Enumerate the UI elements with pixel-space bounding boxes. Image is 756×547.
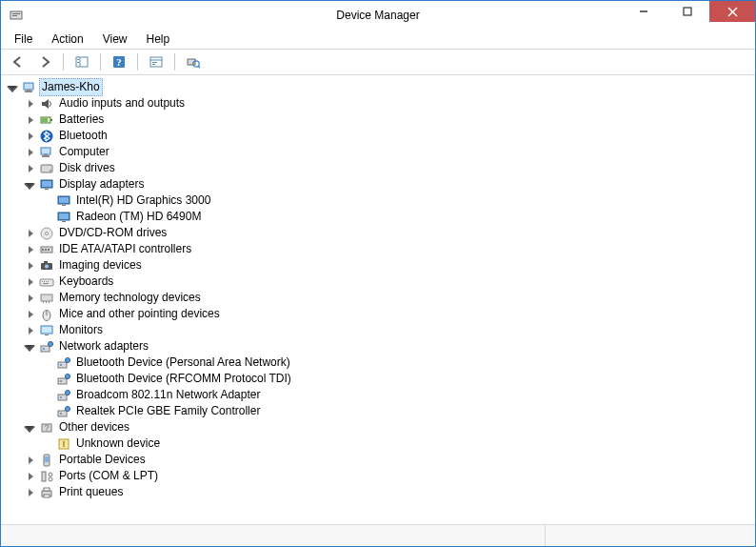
toolbar-properties-button[interactable] — [145, 51, 168, 73]
expand-icon[interactable] — [24, 227, 37, 240]
tree-node-network-adapters[interactable]: Network adapters — [3, 338, 755, 355]
svg-point-49 — [45, 264, 49, 268]
tree-node-james-kho[interactable]: James-Kho — [3, 79, 755, 95]
svg-rect-76 — [60, 396, 62, 398]
svg-rect-58 — [43, 301, 44, 303]
tree-node-portable-devices[interactable]: Portable Devices — [3, 452, 755, 468]
svg-point-66 — [49, 341, 53, 346]
menu-file[interactable]: File — [5, 30, 42, 48]
expand-icon[interactable] — [24, 324, 37, 337]
svg-rect-67 — [43, 348, 45, 350]
collapse-icon[interactable] — [24, 421, 37, 435]
menu-action[interactable]: Action — [42, 30, 92, 48]
minimize-button[interactable] — [622, 1, 666, 22]
collapse-icon[interactable] — [24, 340, 37, 354]
expand-icon[interactable] — [24, 146, 37, 159]
status-panel-left — [1, 525, 546, 546]
tree-node-broadcom-802-11n-network-adapter[interactable]: Broadcom 802.11n Network Adapter — [3, 387, 755, 403]
app-icon — [9, 8, 24, 23]
expand-icon[interactable] — [24, 486, 37, 499]
tree-node-radeon-tm-hd-6490m[interactable]: Radeon (TM) HD 6490M — [3, 209, 755, 225]
svg-rect-20 — [24, 83, 33, 90]
svg-rect-16 — [152, 64, 155, 65]
svg-rect-9 — [77, 59, 79, 60]
expand-icon[interactable] — [24, 130, 37, 143]
svg-point-75 — [66, 390, 70, 395]
svg-rect-28 — [41, 148, 50, 154]
tree-node-dvd-cd-rom-drives[interactable]: DVD/CD-ROM drives — [3, 225, 755, 241]
expand-icon[interactable] — [24, 308, 37, 321]
expand-icon[interactable] — [24, 259, 37, 273]
tree-node-display-adapters[interactable]: Display adapters — [3, 176, 755, 192]
expand-icon[interactable] — [24, 162, 37, 175]
tree-node-other-devices[interactable]: ?Other devices — [3, 419, 755, 436]
tree-node-unknown-device[interactable]: !Unknown device — [3, 436, 755, 452]
toolbar-help-button[interactable]: ? — [108, 51, 130, 73]
toolbar-back-button[interactable] — [7, 51, 30, 73]
tree-node-memory-technology-devices[interactable]: Memory technology devices — [3, 290, 755, 306]
svg-rect-77 — [58, 411, 67, 416]
tree-node-label: Intel(R) HD Graphics 3000 — [75, 192, 211, 209]
tree-node-imaging-devices[interactable]: Imaging devices — [3, 257, 755, 274]
tree-node-ide-ata-atapi-controllers[interactable]: IDE ATA/ATAPI controllers — [3, 241, 755, 257]
svg-rect-4 — [684, 8, 691, 15]
tree-node-disk-drives[interactable]: Disk drives — [3, 160, 755, 176]
expand-icon[interactable] — [24, 470, 37, 483]
tree-node-label: James-Kho — [39, 78, 103, 96]
svg-rect-71 — [58, 378, 67, 384]
menu-view[interactable]: View — [93, 30, 137, 48]
menu-help[interactable]: Help — [137, 30, 180, 48]
tree-node-label: Keyboards — [58, 274, 114, 290]
tree-node-realtek-pcie-gbe-family-controller[interactable]: Realtek PCIe GBE Family Controller — [3, 403, 755, 419]
tree-node-print-queues[interactable]: Print queues — [3, 484, 755, 500]
expand-icon[interactable] — [24, 97, 37, 111]
display-icon — [39, 177, 54, 192]
svg-rect-21 — [25, 91, 32, 92]
expand-icon[interactable] — [24, 113, 37, 127]
expand-icon[interactable] — [24, 243, 37, 256]
toolbar-show-hide-tree-button[interactable] — [70, 51, 93, 73]
tree-node-label: Mice and other pointing devices — [58, 306, 221, 322]
expand-icon[interactable] — [24, 275, 37, 289]
tree-node-audio-inputs-and-outputs[interactable]: Audio inputs and outputs — [3, 95, 755, 111]
svg-rect-60 — [49, 301, 50, 303]
tree-node-monitors[interactable]: Monitors — [3, 322, 755, 338]
titlebar: Device Manager — [1, 1, 755, 30]
svg-rect-25 — [50, 119, 52, 121]
bluetooth-icon — [39, 129, 54, 144]
svg-rect-63 — [41, 326, 52, 334]
svg-rect-55 — [48, 281, 49, 282]
audio-icon — [39, 96, 54, 111]
tree-node-bluetooth-device-rfcomm-protocol-tdi[interactable]: Bluetooth Device (RFCOMM Protocol TDI) — [3, 371, 755, 387]
collapse-icon[interactable] — [24, 178, 37, 192]
toolbar-scan-button[interactable] — [182, 51, 205, 73]
tree-node-label: Bluetooth Device (Personal Area Network) — [75, 355, 291, 371]
svg-rect-90 — [44, 488, 50, 491]
expand-icon[interactable] — [24, 292, 37, 305]
toolbar-forward-button[interactable] — [33, 51, 56, 73]
device-manager-window: Device Manager File Action View Help — [0, 0, 756, 547]
device-tree[interactable]: James-KhoAudio inputs and outputsBatteri… — [1, 75, 755, 524]
tree-node-bluetooth[interactable]: Bluetooth — [3, 128, 755, 144]
tree-node-mice-and-other-pointing-devices[interactable]: Mice and other pointing devices — [3, 306, 755, 322]
tree-node-bluetooth-device-personal-area-network[interactable]: Bluetooth Device (Personal Area Network) — [3, 355, 755, 371]
expand-icon[interactable] — [24, 454, 37, 467]
tree-node-intel-r-hd-graphics-3000[interactable]: Intel(R) HD Graphics 3000 — [3, 192, 755, 209]
svg-rect-70 — [60, 364, 62, 366]
close-button[interactable] — [709, 1, 755, 22]
svg-rect-85 — [45, 456, 49, 462]
menubar: File Action View Help — [1, 30, 755, 50]
printer-icon — [39, 485, 54, 500]
maximize-button[interactable] — [666, 1, 709, 22]
svg-point-69 — [66, 357, 70, 362]
svg-rect-34 — [42, 181, 51, 187]
tree-node-keyboards[interactable]: Keyboards — [3, 274, 755, 290]
tree-node-batteries[interactable]: Batteries — [3, 111, 755, 128]
svg-rect-64 — [45, 334, 49, 335]
tree-node-ports-com-lpt[interactable]: Ports (COM & LPT) — [3, 468, 755, 484]
tree-node-computer[interactable]: Computer — [3, 144, 755, 160]
collapse-icon[interactable] — [7, 81, 20, 94]
svg-rect-45 — [42, 249, 44, 251]
tree-node-label: Other devices — [58, 419, 130, 436]
svg-point-87 — [49, 473, 52, 476]
